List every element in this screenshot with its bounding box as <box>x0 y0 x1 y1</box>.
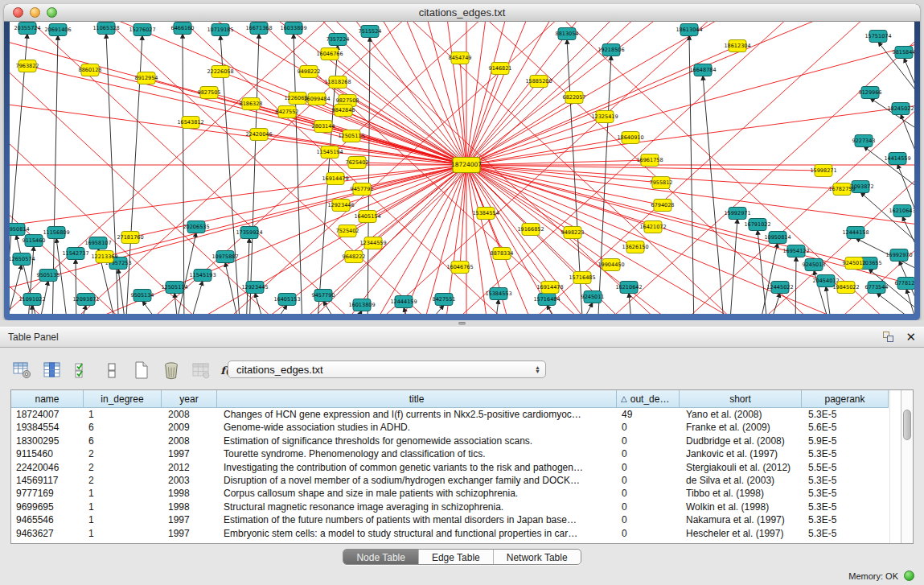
table-cell[interactable]: 5.5E-5 <box>802 461 889 474</box>
column-header-short[interactable]: short <box>680 390 802 408</box>
table-cell[interactable]: de Silva et al. (2003) <box>680 474 802 487</box>
table-cell[interactable]: 2012 <box>162 461 217 474</box>
graph-node[interactable]: 9245012 <box>843 257 866 270</box>
table-cell[interactable]: 0 <box>617 474 680 487</box>
table-cell[interactable]: 9115460 <box>11 447 84 460</box>
table-cell[interactable]: 18724007 <box>11 408 84 421</box>
graph-node[interactable]: 15384553 <box>485 288 511 300</box>
graph-node[interactable]: 8427552 <box>276 106 299 118</box>
graph-node[interactable]: 9505134 <box>131 290 154 302</box>
graph-node[interactable]: 18724007 <box>451 158 482 173</box>
graph-node[interactable]: 16405154 <box>354 211 380 223</box>
graph-node[interactable]: 16791022 <box>744 219 770 231</box>
table-cell[interactable]: 1997 <box>162 447 217 460</box>
table-row[interactable]: 946362711997Embryonic stem cells: a mode… <box>11 527 913 540</box>
table-settings-button[interactable] <box>11 359 34 381</box>
table-cell[interactable]: 0 <box>617 447 680 460</box>
memory-status[interactable]: Memory: OK <box>848 571 914 581</box>
graph-node[interactable]: 8427551 <box>433 294 456 306</box>
table-cell[interactable]: Nakamura et al. (1997) <box>680 513 802 526</box>
table-cell[interactable]: 1997 <box>162 527 217 540</box>
graph-node[interactable]: 12325419 <box>591 111 618 123</box>
divider-grip-icon[interactable] <box>458 322 466 325</box>
graph-node[interactable]: 7525402 <box>336 225 359 237</box>
table-cell[interactable]: 1 <box>84 501 162 513</box>
table-cell[interactable]: 14569117 <box>11 474 84 487</box>
table-cell[interactable]: 9777169 <box>11 487 84 500</box>
table-row[interactable]: 977716911998Corpus callosum shape and si… <box>11 487 913 500</box>
table-cell[interactable]: 0 <box>617 421 680 434</box>
table-cell[interactable]: Dudbridge et al. (2008) <box>680 435 802 447</box>
graph-node[interactable]: 6794028 <box>651 200 675 212</box>
graph-node[interactable]: 12444158 <box>842 227 869 239</box>
delete-column-button[interactable] <box>160 359 183 381</box>
graph-node[interactable]: 7515524 <box>359 26 382 38</box>
graph-node[interactable]: 15716485 <box>569 272 595 284</box>
column-header-out_de[interactable]: △out_de… <box>617 390 680 408</box>
table-cell[interactable]: 5.3E-5 <box>802 487 889 500</box>
table-cell[interactable]: 18300295 <box>11 435 84 447</box>
table-cell[interactable]: Changes of HCN gene expression and I(f) … <box>217 408 617 421</box>
graph-node[interactable]: 9505135 <box>37 270 60 282</box>
table-cell[interactable]: Wolkin et al. (1998) <box>680 501 802 513</box>
close-panel-icon[interactable]: ✕ <box>906 332 916 343</box>
column-header-title[interactable]: title <box>217 390 617 408</box>
table-cell[interactable]: 2 <box>84 461 162 474</box>
graph-node[interactable]: 16648784 <box>689 64 716 76</box>
graph-node[interactable]: 14414559 <box>884 153 910 165</box>
table-cell[interactable]: 5.3E-5 <box>802 513 889 526</box>
graph-node[interactable]: 8186328 <box>240 98 263 110</box>
graph-node[interactable]: 16961758 <box>636 154 663 167</box>
table-cell[interactable]: Genome-wide association studies in ADHD. <box>217 421 617 434</box>
graph-node[interactable]: 8860128 <box>79 64 102 76</box>
graph-node[interactable]: 16046766 <box>316 48 343 60</box>
table-cell[interactable]: Yano et al. (2008) <box>680 408 802 421</box>
table-cell[interactable]: 1997 <box>162 513 217 526</box>
graph-node[interactable]: 6773544 <box>865 282 889 294</box>
graph-node[interactable]: 22226058 <box>207 66 233 78</box>
graph-node[interactable]: 8878334 <box>491 248 514 260</box>
graph-node[interactable]: 16950814 <box>10 224 30 236</box>
table-cell[interactable]: Estimation of the future numbers of pati… <box>217 513 617 526</box>
graph-node[interactable]: 27181760 <box>117 232 143 244</box>
graph-node[interactable]: 18245022 <box>887 103 914 115</box>
table-cell[interactable]: 2 <box>84 474 162 487</box>
table-cell[interactable]: 1 <box>84 513 162 526</box>
graph-node[interactable]: 9648222 <box>343 251 366 263</box>
table-cell[interactable]: Hescheler et al. (1997) <box>680 527 802 540</box>
table-cell[interactable]: Estimation of significance thresholds fo… <box>217 435 617 447</box>
graph-node[interactable]: 16954122 <box>782 245 809 257</box>
column-header-pagerank[interactable]: pagerank <box>802 390 889 408</box>
graph-node[interactable]: 9827505 <box>198 87 221 99</box>
graph-node[interactable]: 11818268 <box>324 76 351 89</box>
graph-node[interactable]: 10719185 <box>207 24 233 36</box>
graph-node[interactable]: 9457791 <box>351 183 374 196</box>
graph-node[interactable]: 9245011 <box>581 291 605 303</box>
table-cell[interactable]: Disruption of a novel member of a sodium… <box>217 474 617 487</box>
graph-node[interactable]: 6466160 <box>171 23 195 35</box>
graph-node[interactable]: 19218506 <box>598 44 624 56</box>
graph-node[interactable]: 6822057 <box>563 92 586 104</box>
column-header-year[interactable]: year <box>162 390 217 408</box>
graph-node[interactable]: 11091022 <box>18 294 45 306</box>
table-cell[interactable]: Embryonic stem cells: a model to study s… <box>217 527 617 540</box>
table-row[interactable]: 911546021997Tourette syndrome. Phenomeno… <box>11 447 913 460</box>
graph-node[interactable]: 9227343 <box>852 135 876 147</box>
graph-node[interactable]: 15716484 <box>533 294 560 306</box>
table-cell[interactable]: 0 <box>617 435 680 447</box>
graph-node[interactable]: 15384554 <box>472 208 499 220</box>
show-column-button[interactable] <box>41 359 64 381</box>
graph-node[interactable]: 6778123 <box>895 278 914 290</box>
table-cell[interactable]: 0 <box>617 527 680 540</box>
tab-edge-table[interactable]: Edge Table <box>419 550 494 564</box>
table-cell[interactable]: 2003 <box>162 474 217 487</box>
table-cell[interactable]: 5.3E-5 <box>802 447 889 460</box>
table-cell[interactable]: Stergiakouli et al. (2012) <box>680 461 802 474</box>
window-titlebar[interactable]: citations_edges.txt <box>4 4 920 22</box>
graph-node[interactable]: 9842848 <box>332 105 355 117</box>
tab-node-table[interactable]: Node Table <box>343 550 419 564</box>
table-cell[interactable]: Franke et al. (2009) <box>680 421 802 434</box>
graph-node[interactable]: 18613044 <box>676 24 702 36</box>
table-cell[interactable]: 9699695 <box>11 501 84 513</box>
tab-network-table[interactable]: Network Table <box>494 550 581 564</box>
